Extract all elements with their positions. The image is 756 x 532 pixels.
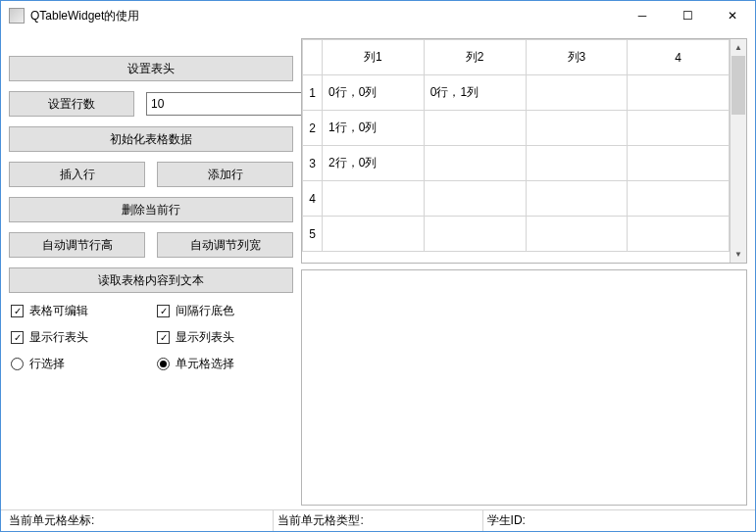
- delete-row-button[interactable]: 删除当前行: [9, 197, 293, 222]
- row-header[interactable]: 3: [303, 146, 323, 181]
- scroll-up-icon[interactable]: ▲: [731, 39, 746, 56]
- table-corner: [303, 40, 323, 75]
- table-row[interactable]: 32行，0列: [303, 146, 730, 181]
- check-icon: ✓: [11, 305, 24, 317]
- row-count-input[interactable]: [147, 93, 302, 115]
- radio-icon: [157, 358, 170, 370]
- table-cell[interactable]: [424, 111, 526, 146]
- table-cell[interactable]: [424, 181, 526, 217]
- table-cell[interactable]: 0行，1列: [424, 75, 526, 111]
- row-select-radio[interactable]: 行选择: [11, 356, 145, 372]
- show-row-header-label: 显示行表头: [29, 329, 88, 346]
- table-cell[interactable]: [323, 181, 425, 217]
- auto-row-height-button[interactable]: 自动调节行高: [9, 232, 145, 258]
- scroll-thumb[interactable]: [731, 56, 745, 115]
- check-icon: ✓: [157, 305, 170, 317]
- auto-col-width-button[interactable]: 自动调节列宽: [157, 232, 293, 258]
- alt-row-color-checkbox[interactable]: ✓ 间隔行底色: [157, 303, 291, 319]
- left-panel: 设置表头 设置行数 ▲ ▼ 初始化表格数据 插入行 添加行: [9, 38, 293, 506]
- table-cell[interactable]: 0行，0列: [323, 75, 425, 111]
- right-panel: 列1列2列34 10行，0列0行，1列21行，0列32行，0列45 ▲ ▼: [301, 38, 747, 506]
- table-cell[interactable]: [628, 217, 730, 252]
- table-cell[interactable]: [628, 181, 730, 217]
- table-cell[interactable]: 1行，0列: [323, 111, 425, 146]
- content-area: 设置表头 设置行数 ▲ ▼ 初始化表格数据 插入行 添加行: [1, 30, 755, 509]
- status-student: 学生ID:: [483, 510, 751, 531]
- set-row-count-button[interactable]: 设置行数: [9, 91, 134, 117]
- read-to-text-button[interactable]: 读取表格内容到文本: [9, 267, 293, 293]
- close-button[interactable]: ✕: [710, 1, 755, 30]
- show-col-header-label: 显示列表头: [176, 329, 234, 346]
- table-cell[interactable]: [526, 146, 628, 181]
- table-cell[interactable]: [323, 217, 425, 252]
- editable-label: 表格可编辑: [29, 303, 88, 319]
- cell-select-label: 单元格选择: [176, 356, 234, 372]
- maximize-button[interactable]: ☐: [665, 1, 710, 30]
- column-header[interactable]: 列2: [424, 40, 526, 75]
- titlebar[interactable]: QTableWidget的使用 ─ ☐ ✕: [1, 1, 755, 30]
- show-col-header-checkbox[interactable]: ✓ 显示列表头: [157, 329, 291, 346]
- column-header[interactable]: 4: [628, 40, 730, 75]
- check-icon: ✓: [11, 331, 24, 344]
- scroll-down-icon[interactable]: ▼: [731, 246, 746, 263]
- status-coord: 当前单元格坐标:: [5, 510, 274, 531]
- alt-row-color-label: 间隔行底色: [176, 303, 234, 319]
- status-type: 当前单元格类型:: [274, 510, 482, 531]
- column-header[interactable]: 列3: [526, 40, 628, 75]
- table-cell[interactable]: [526, 181, 628, 217]
- table-cell[interactable]: [526, 75, 628, 111]
- table-cell[interactable]: [628, 146, 730, 181]
- row-header[interactable]: 4: [303, 181, 323, 217]
- row-header[interactable]: 1: [303, 75, 323, 111]
- show-row-header-checkbox[interactable]: ✓ 显示行表头: [11, 329, 145, 346]
- data-table[interactable]: 列1列2列34 10行，0列0行，1列21行，0列32行，0列45: [302, 39, 730, 252]
- row-header[interactable]: 5: [303, 217, 323, 252]
- row-count-spinbox[interactable]: ▲ ▼: [146, 92, 319, 116]
- table-widget[interactable]: 列1列2列34 10行，0列0行，1列21行，0列32行，0列45 ▲ ▼: [301, 38, 747, 264]
- radio-icon: [11, 358, 24, 370]
- column-header[interactable]: 列1: [323, 40, 425, 75]
- check-icon: ✓: [157, 331, 170, 344]
- init-data-button[interactable]: 初始化表格数据: [9, 126, 293, 152]
- window-title: QTableWidget的使用: [30, 8, 620, 24]
- table-cell[interactable]: [526, 217, 628, 252]
- app-icon: [9, 8, 25, 24]
- append-row-button[interactable]: 添加行: [157, 162, 293, 187]
- statusbar: 当前单元格坐标: 当前单元格类型: 学生ID:: [1, 509, 755, 531]
- table-cell[interactable]: 2行，0列: [323, 146, 425, 181]
- table-cell[interactable]: [424, 217, 526, 252]
- editable-checkbox[interactable]: ✓ 表格可编辑: [11, 303, 145, 319]
- insert-row-button[interactable]: 插入行: [9, 162, 145, 187]
- table-cell[interactable]: [628, 75, 730, 111]
- row-header[interactable]: 2: [303, 111, 323, 146]
- table-cell[interactable]: [526, 111, 628, 146]
- minimize-button[interactable]: ─: [620, 1, 665, 30]
- text-output[interactable]: [301, 269, 747, 506]
- table-cell[interactable]: [628, 111, 730, 146]
- table-row[interactable]: 5: [303, 217, 730, 252]
- table-row[interactable]: 4: [303, 181, 730, 217]
- row-select-label: 行选择: [29, 356, 65, 372]
- cell-select-radio[interactable]: 单元格选择: [157, 356, 291, 372]
- set-header-button[interactable]: 设置表头: [9, 56, 293, 81]
- main-window: QTableWidget的使用 ─ ☐ ✕ 设置表头 设置行数 ▲ ▼: [0, 0, 756, 532]
- table-cell[interactable]: [424, 146, 526, 181]
- table-row[interactable]: 21行，0列: [303, 111, 730, 146]
- vertical-scrollbar[interactable]: ▲ ▼: [730, 39, 746, 263]
- table-row[interactable]: 10行，0列0行，1列: [303, 75, 730, 111]
